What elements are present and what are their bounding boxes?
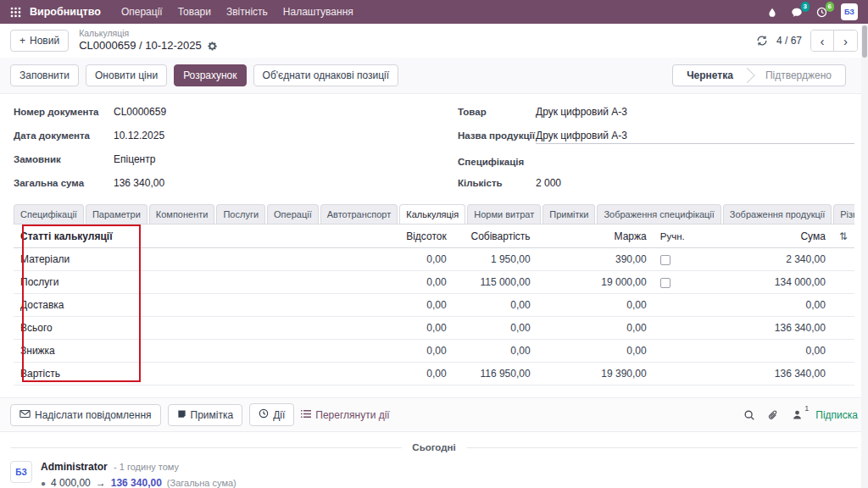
col-percent[interactable]: Відсоток: [378, 225, 453, 248]
cell-percent[interactable]: 0,00: [378, 340, 453, 363]
view-actions-button[interactable]: Переглянути дії: [301, 409, 389, 421]
cell-cost[interactable]: 0,00: [453, 340, 537, 363]
tab-parameters[interactable]: Параметри: [86, 204, 147, 224]
cell-margin[interactable]: 0,00: [537, 317, 654, 340]
specification-input[interactable]: [536, 153, 854, 165]
tab-spec-images[interactable]: Зображення специфікації: [597, 204, 721, 224]
cell-sum[interactable]: 0,00: [692, 340, 832, 363]
cell-margin[interactable]: 0,00: [537, 294, 654, 317]
breadcrumb-parent[interactable]: Калькуляція: [79, 28, 218, 39]
quantity-value[interactable]: 2 000: [536, 177, 561, 189]
table-row-services[interactable]: Послуги 0,00 115 000,00 19 000,00 134 00…: [14, 271, 854, 294]
cell-cost[interactable]: 0,00: [453, 317, 537, 340]
cell-sum[interactable]: 0,00: [692, 294, 832, 317]
cell-sum[interactable]: 136 340,00: [692, 363, 832, 385]
cell-manual[interactable]: [654, 363, 692, 385]
col-manual[interactable]: Ручн.: [654, 225, 692, 248]
activities-clock-icon[interactable]: 6: [816, 7, 827, 18]
apps-grid-icon[interactable]: [10, 7, 21, 18]
col-articles[interactable]: Статті калькуляції: [14, 225, 378, 248]
tab-cost-norms[interactable]: Норми витрат: [467, 204, 541, 224]
gear-icon[interactable]: [207, 41, 218, 52]
cell-margin[interactable]: 19 390,00: [537, 363, 654, 385]
cell-article[interactable]: Всього: [14, 317, 378, 340]
product-name-input[interactable]: Друк цифровий А-3: [536, 130, 854, 144]
scrollbar-track[interactable]: [861, 24, 868, 488]
cell-margin[interactable]: 390,00: [537, 248, 654, 271]
cell-sum[interactable]: 2 340,00: [692, 248, 832, 271]
new-button[interactable]: + Новий: [10, 30, 69, 52]
tab-specifications[interactable]: Специфікації: [14, 204, 84, 224]
product-value[interactable]: Друк цифровий А-3: [536, 106, 627, 118]
tab-misc[interactable]: Різне: [833, 204, 854, 224]
cell-percent[interactable]: 0,00: [378, 317, 453, 340]
tab-notes[interactable]: Примітки: [542, 204, 595, 224]
cell-manual[interactable]: [654, 317, 692, 340]
col-sum[interactable]: Сума: [692, 225, 832, 248]
follow-button[interactable]: Підписка: [815, 409, 858, 421]
update-prices-button[interactable]: Оновити ціни: [86, 64, 167, 86]
refresh-icon[interactable]: [756, 35, 768, 47]
app-name-menu[interactable]: Виробництво: [30, 6, 101, 18]
followers-icon[interactable]: 1: [792, 409, 803, 420]
table-row-materials[interactable]: Матеріали 0,00 1 950,00 390,00 2 340,00: [14, 248, 854, 271]
status-confirmed[interactable]: Підтверджено: [747, 65, 845, 86]
cell-margin[interactable]: 19 000,00: [537, 271, 654, 294]
tab-components[interactable]: Компоненти: [149, 204, 215, 224]
pager-next-button[interactable]: ›: [834, 30, 857, 51]
cell-cost[interactable]: 116 950,00: [453, 363, 537, 385]
cell-percent[interactable]: 0,00: [378, 248, 453, 271]
activities-button[interactable]: Дії: [249, 403, 294, 426]
cell-manual[interactable]: [654, 248, 692, 271]
col-margin[interactable]: Маржа: [537, 225, 654, 248]
manual-checkbox[interactable]: [660, 278, 670, 288]
tab-product-images[interactable]: Зображення продукції: [723, 204, 832, 224]
cell-cost[interactable]: 1 950,00: [453, 248, 537, 271]
doc-number-value[interactable]: CL0000659: [114, 106, 166, 118]
paperclip-icon[interactable]: [768, 409, 779, 421]
user-avatar[interactable]: БЗ: [841, 3, 858, 20]
search-icon[interactable]: [743, 409, 755, 421]
pager-prev-button[interactable]: ‹: [811, 30, 834, 51]
cell-sum[interactable]: 134 000,00: [692, 271, 832, 294]
cell-cost[interactable]: 115 000,00: [453, 271, 537, 294]
menu-settings[interactable]: Налаштування: [283, 6, 353, 18]
table-row-delivery[interactable]: Доставка 0,00 0,00 0,00 0,00: [14, 294, 854, 317]
col-cost[interactable]: Собівартість: [453, 225, 537, 248]
cell-cost[interactable]: 0,00: [453, 294, 537, 317]
note-button[interactable]: Примітка: [168, 404, 243, 426]
cell-manual[interactable]: [654, 271, 692, 294]
table-row-discount[interactable]: Знижка 0,00 0,00 0,00 0,00: [14, 340, 854, 363]
cell-manual[interactable]: [654, 340, 692, 363]
menu-reporting[interactable]: Звітність: [226, 6, 268, 18]
merge-lines-button[interactable]: Об'єднати однакові позиції: [253, 64, 398, 86]
tab-transport[interactable]: Автотранспорт: [320, 204, 398, 224]
fill-button[interactable]: Заповнити: [10, 64, 79, 86]
cell-article[interactable]: Матеріали: [14, 248, 378, 271]
optional-columns-icon[interactable]: ⇅: [832, 225, 854, 248]
cell-article[interactable]: Доставка: [14, 294, 378, 317]
tab-services[interactable]: Послуги: [216, 204, 265, 224]
cell-margin[interactable]: 0,00: [537, 340, 654, 363]
menu-operations[interactable]: Операції: [121, 6, 163, 18]
cell-manual[interactable]: [654, 294, 692, 317]
tab-calculation[interactable]: Калькуляція: [399, 204, 465, 224]
cell-percent[interactable]: 0,00: [378, 363, 453, 385]
droplet-icon[interactable]: [767, 7, 777, 18]
scrollbar-thumb[interactable]: [862, 25, 867, 58]
calculate-button[interactable]: Розрахунок: [174, 64, 246, 86]
cell-article[interactable]: Вартість: [14, 363, 378, 385]
cell-article[interactable]: Послуги: [14, 271, 378, 294]
message-author[interactable]: Administrator: [41, 461, 108, 473]
total-amount-value[interactable]: 136 340,00: [114, 177, 164, 189]
manual-checkbox[interactable]: [660, 255, 670, 265]
cell-sum[interactable]: 136 340,00: [692, 317, 832, 340]
cell-percent[interactable]: 0,00: [378, 271, 453, 294]
cell-article[interactable]: Знижка: [14, 340, 378, 363]
cell-percent[interactable]: 0,00: [378, 294, 453, 317]
tab-operations[interactable]: Операції: [267, 204, 319, 224]
table-row-total[interactable]: Всього 0,00 0,00 0,00 136 340,00: [14, 317, 854, 340]
customer-value[interactable]: Епіцентр: [114, 153, 155, 165]
table-row-cost[interactable]: Вартість 0,00 116 950,00 19 390,00 136 3…: [14, 363, 854, 385]
doc-date-value[interactable]: 10.12.2025: [114, 130, 164, 141]
